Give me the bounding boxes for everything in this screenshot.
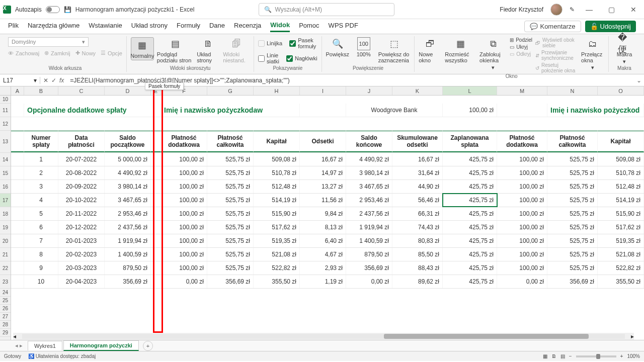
cell[interactable]: 13,27 zł	[300, 180, 346, 193]
row-header[interactable]: 21	[0, 248, 11, 261]
cell[interactable]: 515,90 zł	[254, 207, 300, 220]
switchwin-button[interactable]: 🗂Przełącz okna▾	[581, 37, 604, 71]
comments-button[interactable]: 💬 Komentarze	[524, 21, 581, 32]
cell[interactable]: 100,00 zł	[161, 248, 207, 261]
cell[interactable]: 521,08 zł	[254, 248, 300, 261]
cell[interactable]: 525,75 zł	[547, 221, 598, 234]
cell[interactable]: 509,08 zł	[598, 153, 644, 166]
cell[interactable]: 0,00 zł	[346, 275, 392, 288]
tab-view[interactable]: Widok	[270, 21, 290, 32]
row-header[interactable]: 15	[0, 166, 11, 180]
col-header-M[interactable]: M	[497, 86, 547, 95]
cell[interactable]: 9	[24, 261, 58, 275]
formulabar-checkbox[interactable]: Pasek formuły	[289, 37, 317, 49]
cell[interactable]: 1 919,94 zł	[346, 221, 392, 234]
cell[interactable]: 1 400,59 zł	[346, 234, 392, 247]
col-header-H[interactable]: H	[254, 86, 300, 95]
cell[interactable]: Saldo końcowe	[346, 131, 392, 152]
cell[interactable]	[151, 131, 161, 152]
row-header[interactable]: 12	[0, 117, 11, 131]
row-header[interactable]: 14	[0, 153, 11, 166]
cell[interactable]: 356,69 zł	[346, 261, 392, 275]
cell[interactable]: 8	[24, 248, 58, 261]
sheetview-combo[interactable]: Domyślny▾	[8, 37, 89, 47]
cell[interactable]: 525,75 zł	[547, 194, 598, 207]
cell[interactable]: 85,50 zł	[392, 248, 443, 261]
cell[interactable]	[11, 131, 24, 152]
cell[interactable]: 9,84 zł	[300, 207, 346, 220]
cell[interactable]: 2 953,46 zł	[105, 207, 151, 220]
freeze-button[interactable]: ⧉Zablokuj okienka▾	[479, 37, 507, 71]
cell[interactable]: 0,00 zł	[161, 275, 207, 288]
user-avatar[interactable]	[550, 4, 562, 16]
row-header[interactable]: 29	[0, 329, 11, 337]
zoom-button[interactable]: 🔍Powiększ	[326, 37, 349, 57]
cell[interactable]: 8,13 zł	[300, 221, 346, 234]
cell[interactable]: 425,75 zł	[443, 261, 497, 275]
cell[interactable]	[497, 104, 547, 117]
cell[interactable]: 525,75 zł	[207, 194, 254, 207]
zoom100-button[interactable]: 100100%	[352, 37, 375, 57]
cell[interactable]	[11, 104, 24, 117]
tab-home[interactable]: Narzędzia główne	[28, 22, 79, 31]
cell[interactable]: 525,75 zł	[207, 221, 254, 234]
cell[interactable]	[11, 153, 24, 166]
cell[interactable]: 525,75 zł	[547, 261, 598, 275]
tab-insert[interactable]: Wstawianie	[89, 22, 122, 31]
cell[interactable]	[11, 180, 24, 193]
cell[interactable]: 525,75 zł	[207, 180, 254, 193]
cell[interactable]: 100,00 zł	[497, 180, 547, 193]
cell[interactable]	[11, 275, 24, 288]
cell[interactable]: 100,00 zł	[497, 248, 547, 261]
scroll-right-icon[interactable]: ▸	[631, 333, 634, 340]
cell[interactable]: 20-10-2022	[58, 194, 105, 207]
normal-view-button[interactable]: ▦Normalny	[131, 37, 154, 60]
maximize-button[interactable]: ▢	[604, 6, 619, 14]
cell[interactable]: 525,75 zł	[547, 248, 598, 261]
cell[interactable]: 20-09-2022	[58, 180, 105, 193]
select-all-corner[interactable]	[0, 86, 11, 95]
col-header-O[interactable]: O	[598, 86, 644, 95]
col-header-B[interactable]: B	[24, 86, 58, 95]
cell[interactable]: 879,50 zł	[346, 248, 392, 261]
row-header[interactable]: 13	[0, 131, 11, 153]
col-header-K[interactable]: K	[392, 86, 443, 95]
row-header[interactable]: 26	[0, 305, 11, 313]
cancel-icon[interactable]: ✕	[43, 77, 48, 84]
cell[interactable]: Płatność całkowita	[207, 131, 254, 152]
cell[interactable]: 525,75 zł	[207, 261, 254, 275]
share-button[interactable]: 🔓 Udostępnij	[585, 21, 636, 32]
cell[interactable]: 525,75 zł	[207, 248, 254, 261]
cell[interactable]	[151, 248, 161, 261]
cell[interactable]: 3 467,65 zł	[346, 180, 392, 193]
headings-checkbox[interactable]: Nagłówki	[286, 52, 317, 64]
zoom-in-icon[interactable]: +	[620, 353, 623, 359]
row-header[interactable]: 28	[0, 321, 11, 329]
cell[interactable]: Data płatności	[58, 131, 105, 152]
cell[interactable]	[151, 275, 161, 288]
cell[interactable]: 56,46 zł	[392, 194, 443, 207]
cell[interactable]: 356,69 zł	[547, 275, 598, 288]
cell[interactable]: 100,00 zł	[161, 194, 207, 207]
cell[interactable]: 100,00 zł	[497, 153, 547, 166]
cell[interactable]: 514,19 zł	[598, 194, 644, 207]
col-header-L[interactable]: L	[443, 86, 497, 95]
cell[interactable]: 356,69 zł	[105, 275, 151, 288]
pagebreak-button[interactable]: ▤Podgląd podziału stron	[157, 37, 194, 63]
cell[interactable]: 525,75 zł	[547, 207, 598, 220]
col-header-I[interactable]: I	[300, 86, 346, 95]
col-header-N[interactable]: N	[547, 86, 598, 95]
cell[interactable]: 525,75 zł	[207, 234, 254, 247]
cell[interactable]: 3 980,14 zł	[105, 180, 151, 193]
cell[interactable]: 517,62 zł	[598, 221, 644, 234]
cell[interactable]: 5	[24, 207, 58, 220]
cell[interactable]: 879,50 zł	[105, 261, 151, 275]
newwindow-button[interactable]: 🗗Nowe okno	[419, 37, 442, 63]
col-header-C[interactable]: C	[58, 86, 105, 95]
cell[interactable]: 1 400,59 zł	[105, 248, 151, 261]
cell[interactable]: 425,75 zł	[443, 221, 497, 234]
cell[interactable]: Opcjonalne dodatkowe spłaty	[24, 104, 161, 117]
cell[interactable]: 20-04-2023	[58, 275, 105, 288]
cell[interactable]: 519,35 zł	[254, 234, 300, 247]
cell[interactable]: 44,90 zł	[392, 180, 443, 193]
